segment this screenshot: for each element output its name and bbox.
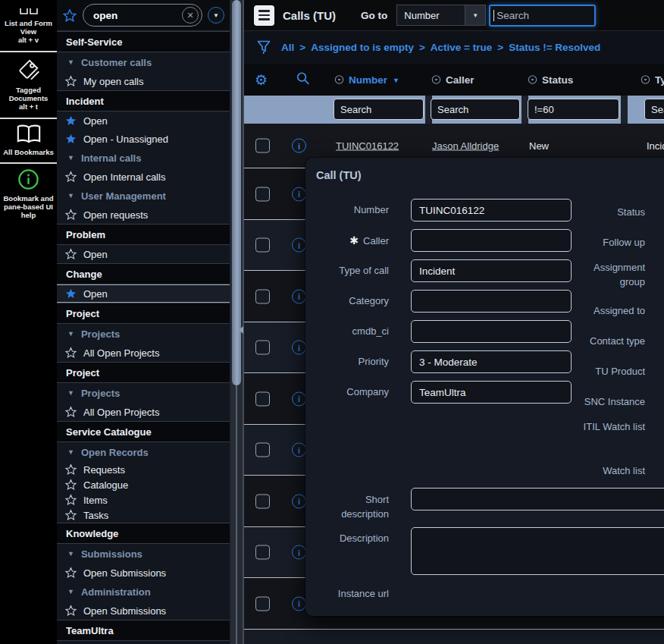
column-filter-input[interactable] bbox=[528, 99, 619, 120]
star-outline-icon[interactable] bbox=[64, 171, 77, 183]
star-outline-icon[interactable] bbox=[64, 567, 77, 579]
nav-section-open-records[interactable]: ▼Open Records bbox=[57, 442, 230, 462]
nav-item-open-requests[interactable]: Open requests bbox=[57, 206, 230, 224]
row-caller-link[interactable]: Jason Alldridge bbox=[432, 140, 499, 152]
breadcrumb-item[interactable]: Status != Resolved bbox=[509, 42, 600, 53]
record-info-icon[interactable]: i bbox=[292, 341, 306, 355]
column-filter-input[interactable] bbox=[644, 99, 664, 120]
column-filter-input[interactable] bbox=[334, 99, 424, 120]
breadcrumb-item[interactable]: Assigned to is empty bbox=[311, 42, 414, 53]
row-checkbox[interactable] bbox=[255, 443, 270, 457]
field-input-cmdb-ci[interactable] bbox=[411, 320, 572, 343]
record-info-icon[interactable]: i bbox=[292, 187, 306, 201]
breadcrumb-item[interactable]: All bbox=[281, 42, 294, 53]
star-outline-icon[interactable] bbox=[64, 406, 77, 418]
nav-item-requests[interactable]: Requests bbox=[57, 462, 230, 477]
toolbar-item-list-form-view[interactable]: List and Form Viewalt + v bbox=[0, 0, 57, 52]
record-info-icon[interactable]: i bbox=[292, 443, 306, 457]
nav-item-all-open-projects[interactable]: All Open Projects bbox=[57, 344, 230, 362]
nav-item-open-submissions[interactable]: Open Submissions bbox=[57, 564, 230, 582]
row-checkbox[interactable] bbox=[255, 596, 270, 611]
nav-section-submissions[interactable]: ▼Submissions bbox=[57, 544, 230, 564]
field-label-itil-watch-list: ITIL Watch list bbox=[573, 419, 645, 434]
column-filter-input[interactable] bbox=[431, 99, 520, 120]
goto-field-select[interactable]: Number ▼ bbox=[396, 5, 486, 26]
row-checkbox[interactable] bbox=[255, 187, 270, 201]
filter-funnel-icon[interactable] bbox=[256, 39, 271, 56]
scrollbar-track bbox=[236, 385, 237, 644]
record-info-icon[interactable]: i bbox=[292, 391, 306, 406]
row-checkbox[interactable] bbox=[255, 139, 270, 153]
favorites-star-icon[interactable] bbox=[62, 8, 77, 23]
star-outline-icon[interactable] bbox=[64, 605, 77, 617]
row-checkbox[interactable] bbox=[255, 494, 270, 508]
field-input-caller[interactable] bbox=[411, 229, 572, 252]
nav-item-catalogue[interactable]: Catalogue bbox=[57, 477, 230, 492]
nav-item-open-submissions[interactable]: Open Submissions bbox=[57, 602, 230, 620]
row-checkbox[interactable] bbox=[255, 391, 270, 406]
nav-item-open-unassigned[interactable]: Open - Unassigned bbox=[57, 130, 230, 148]
record-info-icon[interactable]: i bbox=[292, 289, 306, 303]
list-context-menu-button[interactable] bbox=[254, 5, 274, 26]
row-checkbox[interactable] bbox=[255, 545, 270, 560]
star-outline-icon[interactable] bbox=[64, 509, 77, 521]
nav-section-administration[interactable]: ▼Administration bbox=[57, 582, 230, 602]
star-filled-icon[interactable] bbox=[64, 133, 77, 145]
nav-menu-dropdown-icon[interactable]: ▼ bbox=[208, 7, 224, 24]
field-input-category[interactable] bbox=[411, 290, 572, 313]
row-checkbox[interactable] bbox=[255, 289, 270, 303]
list-search-icon[interactable] bbox=[296, 71, 310, 89]
goto-search-input[interactable] bbox=[489, 5, 596, 27]
nav-scrollbar[interactable] bbox=[230, 0, 244, 644]
record-info-icon[interactable]: i bbox=[292, 139, 306, 153]
pane-collapse-arrow-icon[interactable] bbox=[239, 326, 243, 334]
field-input-company[interactable]: TeamUltra bbox=[411, 381, 572, 404]
field-input-number[interactable]: TUINC016122 bbox=[411, 199, 572, 221]
record-info-icon[interactable]: i bbox=[292, 596, 306, 611]
field-label-follow-up: Follow up bbox=[573, 235, 645, 250]
nav-item-my-open-calls[interactable]: My open calls bbox=[57, 72, 230, 90]
record-info-icon[interactable]: i bbox=[292, 545, 306, 560]
description-input[interactable] bbox=[411, 527, 664, 575]
nav-item-open[interactable]: Open bbox=[57, 245, 230, 263]
nav-item-all-open-projects[interactable]: All Open Projects bbox=[57, 403, 230, 421]
star-filled-icon[interactable] bbox=[64, 287, 77, 300]
toolbar-item-tagged-documents[interactable]: Tagged Documentsalt + t bbox=[0, 52, 57, 119]
star-outline-icon[interactable] bbox=[64, 248, 77, 260]
field-input-priority[interactable]: 3 - Moderate bbox=[411, 350, 572, 373]
nav-filter-input[interactable]: open ✕ bbox=[83, 4, 202, 27]
toolbar-item-bookmark-help[interactable]: Bookmark and pane-based UI help bbox=[0, 164, 57, 225]
record-info-icon[interactable]: i bbox=[292, 238, 306, 253]
nav-section-user-management[interactable]: ▼User Management bbox=[57, 186, 230, 206]
breadcrumb-item[interactable]: Active = true bbox=[431, 42, 492, 53]
star-outline-icon[interactable] bbox=[64, 75, 77, 87]
star-outline-icon[interactable] bbox=[64, 463, 77, 476]
toolbar-item-all-bookmarks[interactable]: All Bookmarks bbox=[0, 119, 57, 164]
column-header-caller[interactable]: Caller bbox=[431, 74, 475, 86]
nav-section-projects[interactable]: ▼Projects bbox=[57, 324, 230, 344]
nav-section-projects[interactable]: ▼Projects bbox=[57, 383, 230, 403]
nav-item-open[interactable]: Open bbox=[57, 284, 230, 303]
star-outline-icon[interactable] bbox=[64, 479, 77, 491]
nav-item-open-internal-calls[interactable]: Open Internal calls bbox=[57, 168, 230, 186]
record-info-icon[interactable]: i bbox=[292, 494, 306, 508]
star-outline-icon[interactable] bbox=[64, 494, 77, 506]
row-number-link[interactable]: TUINC016122 bbox=[336, 140, 399, 152]
nav-item-open[interactable]: Open bbox=[57, 112, 230, 130]
short-description-input[interactable] bbox=[411, 488, 664, 510]
nav-section-internal-calls[interactable]: ▼Internal calls bbox=[57, 148, 230, 168]
star-outline-icon[interactable] bbox=[64, 347, 77, 359]
row-checkbox[interactable] bbox=[255, 341, 270, 355]
star-outline-icon[interactable] bbox=[64, 209, 77, 221]
nav-section-customer-calls[interactable]: ▼Customer calls bbox=[57, 52, 230, 72]
row-checkbox[interactable] bbox=[255, 238, 270, 253]
field-input-type-of-call[interactable]: Incident bbox=[411, 259, 572, 282]
nav-item-tasks[interactable]: Tasks bbox=[57, 507, 230, 523]
column-header-type-of-call[interactable]: Type of call bbox=[641, 74, 664, 86]
star-filled-icon[interactable] bbox=[64, 115, 77, 127]
list-settings-gear-icon[interactable]: ⚙ bbox=[255, 71, 268, 89]
column-header-number[interactable]: Number▼ bbox=[334, 74, 399, 86]
nav-item-items[interactable]: Items bbox=[57, 492, 230, 507]
clear-filter-icon[interactable]: ✕ bbox=[182, 7, 199, 24]
column-header-status[interactable]: Status bbox=[528, 74, 573, 86]
